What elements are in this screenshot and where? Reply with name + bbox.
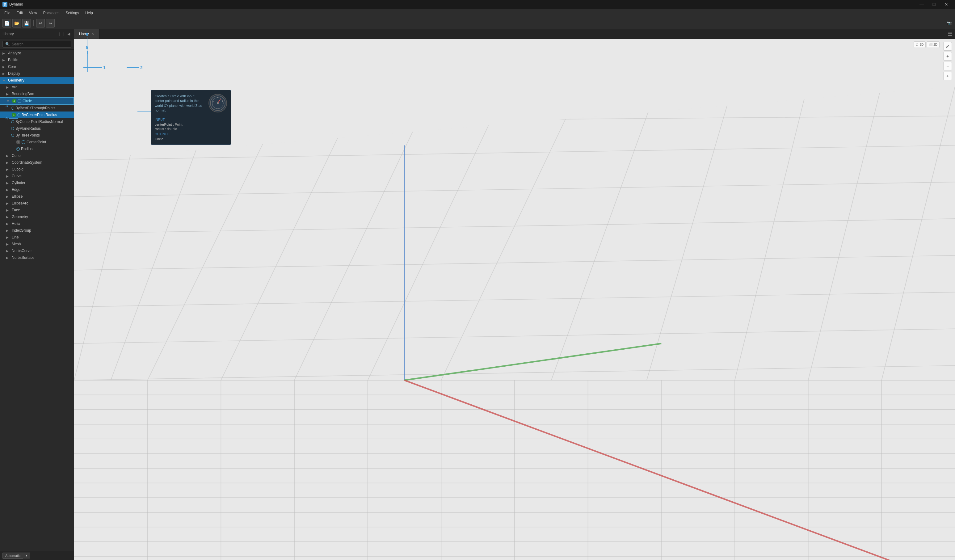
search-box: 🔍 [0,39,74,50]
sidebar-item-cylinder[interactable]: ▶ Cylinder [0,180,74,186]
arrow-icon: ▶ [6,86,10,89]
tab-home[interactable]: Home ✕ [74,29,99,39]
circle-icon [17,113,20,116]
circle-icon [11,106,14,109]
zoom-out-button[interactable]: − [943,62,952,70]
maximize-button[interactable]: □ [928,0,940,9]
hamburger-menu[interactable]: ☰ [947,31,952,37]
sidebar-item-label: Geometry [12,215,28,219]
sidebar-item-curve[interactable]: ▶ Curve [0,173,74,180]
arrow-icon: ▶ [3,58,6,62]
auto-dropdown-arrow[interactable]: ▼ [23,552,30,558]
redo-button[interactable]: ↪ [46,19,55,28]
sidebar-item-radius[interactable]: Radius [0,145,74,152]
lib-ctrl-2[interactable]: | [62,31,66,37]
sidebar-item-face[interactable]: ▶ Face [0,206,74,213]
viewport[interactable]: ⬡ 3D ⬜ 2D ⤢ + − + [74,39,955,560]
sidebar-item-edge[interactable]: ▶ Edge [0,186,74,193]
search-input[interactable] [12,42,69,46]
menu-item-view[interactable]: View [26,9,40,16]
titlebar-controls: — □ ✕ [916,0,952,9]
view-2d-label: 2D [933,43,938,46]
arrow-icon: ▶ [3,52,6,55]
menu-item-edit[interactable]: Edit [13,9,26,16]
new-file-button[interactable]: 📄 [3,19,11,28]
arrow-icon: ▶ [6,229,10,232]
view-3d-icon: ⬡ [916,43,919,46]
lib-collapse[interactable]: ◀ [66,31,71,37]
sidebar-item-label: ByBestFitThroughPoints [16,106,55,110]
save-button[interactable]: 💾 [22,19,31,28]
sidebar-item-geometry-sub[interactable]: ▶ Geometry [0,213,74,220]
sidebar-item-arc[interactable]: ▶ Arc [0,84,74,91]
camera-icon[interactable]: 📷 [946,20,952,27]
menu-item-packages[interactable]: Packages [40,9,63,16]
sidebar-item-core[interactable]: ▶ Core [0,63,74,70]
sidebar-item-mesh[interactable]: ▶ Mesh [0,241,74,247]
sidebar-item-bybestfitthroughpoints[interactable]: ByBestFitThroughPoints [0,105,74,111]
sidebar-item-bycenterpointradiusnormal[interactable]: ByCenterPointRadiusNormal [0,118,74,125]
sidebar-item-byplaneradius[interactable]: ByPlaneRadius [0,125,74,132]
add-bycenterpointradius-button[interactable]: + [12,113,16,117]
sidebar-item-geometry[interactable]: ▼ Geometry [0,77,74,84]
view-3d-label: 3D [919,43,924,46]
menu-item-help[interactable]: Help [82,9,96,16]
circle-icon [17,99,21,103]
toolbar: 📄 📂 💾 ↩ ↪ 📷 [0,17,955,29]
sidebar-item-builtin[interactable]: ▶ BuiltIn [0,56,74,63]
arrow-icon: ▶ [6,168,10,171]
sidebar-item-helix[interactable]: ▶ Helix [0,220,74,227]
add-view-button[interactable]: + [943,72,952,80]
sidebar-item-ellipsearc[interactable]: ▶ EllipseArc [0,200,74,206]
circle-check-icon [16,147,20,151]
toolbar-separator [33,20,34,26]
open-button[interactable]: 📂 [13,19,21,28]
fit-view-button[interactable]: ⤢ [943,42,952,51]
sidebar-item-bythreepoints[interactable]: ByThreePoints [0,132,74,139]
zoom-in-button[interactable]: + [943,52,952,61]
lib-ctrl-1[interactable]: | [58,31,61,37]
tooltip-popup: Creates a Circle with input center point… [151,90,231,145]
undo-button[interactable]: ↩ [36,19,45,28]
canvas-area: Home ✕ ☰ [74,29,955,560]
menu-item-file[interactable]: File [1,9,13,16]
annotation-5: 5 [86,45,88,72]
sidebar-item-display[interactable]: ▶ Display [0,70,74,77]
sidebar-item-line[interactable]: ▶ Line [0,234,74,241]
arrow-icon: ▶ [6,188,10,191]
sidebar-item-bycenterpointradius[interactable]: + ByCenterPointRadius [0,111,74,118]
arrow-icon: ▼ [6,100,10,103]
sidebar-item-cuboid[interactable]: ▶ Cuboid [0,166,74,173]
sidebar-item-circle[interactable]: ▼ + Circle [0,97,74,105]
view-3d-button[interactable]: ⬡ 3D [914,41,926,48]
sidebar-item-label: Mesh [12,242,21,246]
sidebar-item-indexgroup[interactable]: ▶ IndexGroup [0,227,74,234]
app-title: Dynamo [9,2,23,6]
minimize-button[interactable]: — [916,0,928,9]
sidebar-item-coordinatesystem[interactable]: ▶ CoordinateSystem [0,159,74,166]
circle-icon [11,127,14,130]
sidebar-item-ellipse[interactable]: ▶ Ellipse [0,193,74,200]
sidebar-item-cone[interactable]: ▶ Cone [0,152,74,159]
view-2d-button[interactable]: ⬜ 2D [927,41,939,48]
sidebar-item-nurbscurve[interactable]: ▶ NurbsCurve [0,247,74,254]
titlebar-left: D Dynamo [3,2,23,7]
sidebar-item-label: Line [12,235,19,239]
sidebar-item-analyze[interactable]: ▶ Analyze [0,50,74,56]
menu-item-settings[interactable]: Settings [63,9,82,16]
sidebar-item-label: Cuboid [12,167,23,171]
circle-icon [11,134,14,137]
add-circle-button[interactable]: + [12,99,16,103]
sidebar-item-boundingbox[interactable]: ▶ BoundingBox [0,91,74,97]
sidebar-item-centerpoint[interactable]: ? CenterPoint [0,139,74,145]
arrow-icon: ▶ [6,249,10,253]
arrow-icon: ▶ [6,202,10,205]
question-icon[interactable]: ? [16,140,20,144]
arrow-icon: ▶ [6,215,10,219]
close-button[interactable]: ✕ [940,0,952,9]
sidebar-item-nurbssurface[interactable]: ▶ NurbsSurface [0,254,74,261]
search-icon: 🔍 [5,42,10,46]
arrow-icon: ▶ [6,256,10,260]
arrow-icon: ▶ [6,195,10,198]
tab-close-icon[interactable]: ✕ [91,32,94,36]
